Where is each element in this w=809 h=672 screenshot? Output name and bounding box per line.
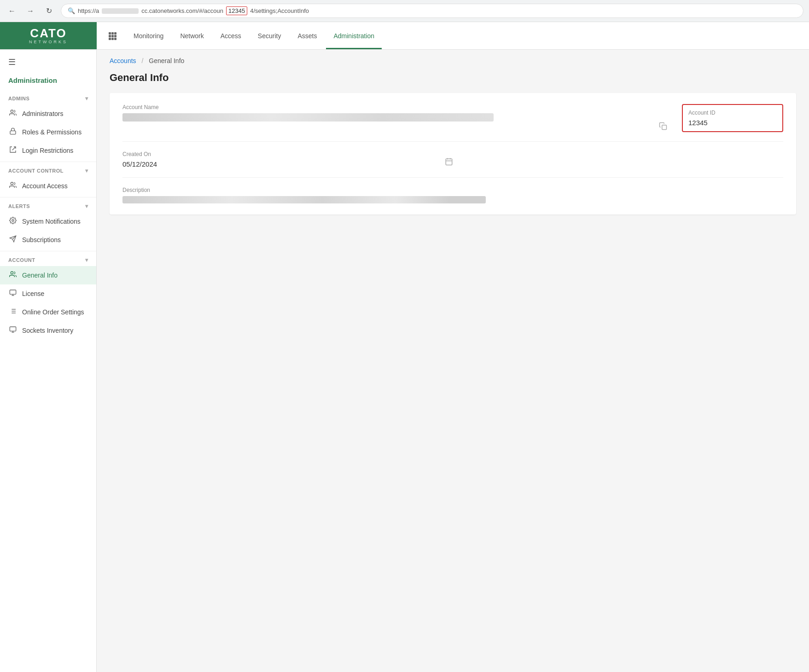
nav-item-administration[interactable]: Administration <box>326 22 382 49</box>
sidebar-item-roles-label: Roles & Permissions <box>22 128 81 136</box>
svg-rect-4 <box>111 35 114 37</box>
forward-button[interactable]: → <box>24 5 37 17</box>
svg-rect-5 <box>114 35 116 37</box>
svg-rect-6 <box>109 38 111 40</box>
sockets-icon <box>8 326 17 335</box>
person-icon <box>8 109 17 118</box>
logo: CATO NETWORKS <box>29 27 68 44</box>
created-on-spacer <box>468 151 784 168</box>
svg-rect-8 <box>114 38 116 40</box>
sidebar-item-license[interactable]: License <box>0 284 96 303</box>
sidebar-item-general-info[interactable]: General Info <box>0 266 96 284</box>
browser-chrome: ← → ↻ 🔍 https://a cc.catonetworks.com/#/… <box>0 0 809 22</box>
sidebar-item-license-label: License <box>22 290 44 297</box>
svg-point-9 <box>11 110 13 112</box>
sidebar-item-login-restrictions-label: Login Restrictions <box>22 147 73 154</box>
sidebar-item-roles-permissions[interactable]: Roles & Permissions <box>0 123 96 141</box>
sidebar-item-account-access-label: Account Access <box>22 182 68 190</box>
hamburger-icon[interactable]: ☰ <box>0 50 96 75</box>
sidebar-item-system-notifications[interactable]: System Notifications <box>0 212 96 231</box>
calendar-icon[interactable] <box>445 157 453 168</box>
sidebar: ☰ Administration ADMINS ▾ Administrators <box>0 50 97 672</box>
top-nav-items: Monitoring Network Access Security Asset… <box>97 22 389 49</box>
svg-point-15 <box>11 272 13 274</box>
refresh-button[interactable]: ↻ <box>42 5 55 17</box>
svg-rect-16 <box>10 290 16 294</box>
gear-icon <box>8 217 17 226</box>
top-nav: CATO NETWORKS Monitoring Network <box>0 22 809 50</box>
search-icon: 🔍 <box>68 7 75 14</box>
sidebar-section-alerts-label: ALERTS <box>8 203 30 209</box>
chevron-down-icon-4: ▾ <box>85 257 88 263</box>
nav-item-security[interactable]: Security <box>250 22 289 49</box>
sidebar-item-online-order-settings[interactable]: Online Order Settings <box>0 303 96 321</box>
address-prefix: https://a <box>78 7 99 14</box>
form-row-1: Account Name Account ID 12345 <box>122 104 783 142</box>
divider-2 <box>0 197 96 197</box>
general-info-form: Account Name Account ID 12345 <box>110 93 796 214</box>
description-label: Description <box>122 187 783 193</box>
breadcrumb-separator: / <box>141 57 143 64</box>
logo-sub: NETWORKS <box>29 40 68 44</box>
sidebar-item-administrators-label: Administrators <box>22 110 63 117</box>
svg-rect-0 <box>109 32 111 35</box>
sidebar-section-account-control[interactable]: ACCOUNT CONTROL ▾ <box>0 164 96 177</box>
account-access-icon <box>8 181 17 191</box>
sidebar-section-admins-label: ADMINS <box>8 96 29 101</box>
svg-rect-28 <box>662 125 667 130</box>
sidebar-item-subscriptions[interactable]: Subscriptions <box>0 231 96 249</box>
nav-item-monitoring[interactable]: Monitoring <box>126 22 171 49</box>
divider-1 <box>0 162 96 162</box>
svg-rect-10 <box>10 131 16 134</box>
license-icon <box>8 289 17 298</box>
chevron-down-icon-3: ▾ <box>85 203 88 209</box>
svg-rect-7 <box>111 38 114 40</box>
back-button[interactable]: ← <box>6 5 18 17</box>
nav-item-access[interactable]: Access <box>213 22 249 49</box>
sidebar-title: Administration <box>0 75 96 92</box>
divider-3 <box>0 251 96 251</box>
address-bar[interactable]: 🔍 https://a cc.catonetworks.com/#/accoun… <box>61 4 803 18</box>
send-icon <box>8 235 17 244</box>
copy-icon[interactable] <box>659 122 667 132</box>
chevron-down-icon-2: ▾ <box>85 168 88 174</box>
page-title: General Info <box>110 72 796 84</box>
breadcrumb-parent[interactable]: Accounts <box>110 57 136 64</box>
address-account-id: 12345 <box>226 6 247 15</box>
grid-icon[interactable] <box>104 28 121 44</box>
sidebar-item-administrators[interactable]: Administrators <box>0 104 96 123</box>
account-id-field: Account ID 12345 <box>682 104 783 132</box>
svg-point-11 <box>11 182 13 185</box>
created-on-label: Created On <box>122 151 438 157</box>
logo-area: CATO NETWORKS <box>0 22 97 49</box>
account-name-field: Account Name <box>122 104 671 132</box>
svg-rect-25 <box>10 327 16 331</box>
account-name-label: Account Name <box>122 104 652 110</box>
address-suffix: 4/settings;AccountInfo <box>250 7 309 14</box>
account-name-value <box>122 113 494 122</box>
svg-rect-2 <box>114 32 116 35</box>
logo-text: CATO <box>29 27 68 39</box>
nav-item-network[interactable]: Network <box>173 22 211 49</box>
breadcrumb: Accounts / General Info <box>97 50 809 70</box>
description-field: Description <box>122 187 783 203</box>
sidebar-item-account-access[interactable]: Account Access <box>0 177 96 195</box>
description-value <box>122 196 486 203</box>
sidebar-section-account-label: ACCOUNT <box>8 257 35 263</box>
form-row-3: Description <box>122 187 783 203</box>
sidebar-section-alerts[interactable]: ALERTS ▾ <box>0 199 96 212</box>
sidebar-item-sockets-inventory[interactable]: Sockets Inventory <box>0 321 96 340</box>
sidebar-section-account[interactable]: ACCOUNT ▾ <box>0 253 96 266</box>
page-title-area: General Info <box>97 70 809 93</box>
form-row-2: Created On 05/12/2024 <box>122 151 783 178</box>
chevron-down-icon: ▾ <box>85 95 88 102</box>
sidebar-section-admins[interactable]: ADMINS ▾ <box>0 92 96 104</box>
sidebar-item-login-restrictions[interactable]: Login Restrictions <box>0 141 96 160</box>
nav-item-assets[interactable]: Assets <box>290 22 324 49</box>
breadcrumb-current: General Info <box>149 57 184 64</box>
app-container: CATO NETWORKS Monitoring Network <box>0 22 809 672</box>
svg-point-12 <box>12 220 14 221</box>
order-settings-icon <box>8 307 17 317</box>
created-on-field: Created On 05/12/2024 <box>122 151 457 168</box>
lock-icon <box>8 127 17 137</box>
